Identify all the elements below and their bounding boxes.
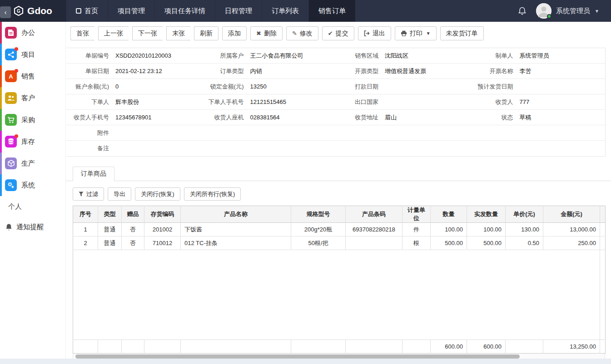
cube-icon xyxy=(5,157,17,169)
first-record-button[interactable]: 首张 xyxy=(70,26,94,40)
database-icon xyxy=(5,136,17,148)
field-sales-region: 销售区域沈阳战区 xyxy=(336,48,471,63)
col-header-unit[interactable]: 计量单位 xyxy=(402,206,431,223)
field-creator: 制单人系统管理员 xyxy=(471,48,606,63)
nav-item-schedule[interactable]: 日程管理 xyxy=(215,0,262,22)
nav-item-project-task-detail[interactable]: 项目任务详情 xyxy=(154,0,215,22)
form-row: 下单人辉丰股份 下单人手机号12121515465 出口国家 收货人777 xyxy=(66,94,605,110)
sidebar-item-system[interactable]: 系统 xyxy=(0,174,65,196)
col-header-product-name[interactable]: 产品名称 xyxy=(181,206,291,223)
exit-button[interactable]: 退出 xyxy=(358,26,391,40)
sidebar-item-label: 销售 xyxy=(21,72,35,81)
grid-header-row: 序号 类型 赠品 存货编码 产品名称 规格型号 产品条码 计量单位 数量 实发数… xyxy=(73,206,606,223)
sidebar-item-notifications[interactable]: 通知提醒 xyxy=(5,223,65,231)
sidebar-item-label: 库存 xyxy=(21,138,35,146)
detail-tabbar: 订单商品 xyxy=(66,166,611,181)
col-header-type[interactable]: 类型 xyxy=(98,206,122,223)
nav-item-label: 项目管理 xyxy=(118,7,145,15)
top-navbar: G Gdoo 首页 项目管理 项目任务详情 日程管理 订单列表 销售订单 xyxy=(0,0,611,22)
field-consignee: 收货人777 xyxy=(471,94,606,109)
unshipped-orders-button[interactable]: 未发货订单 xyxy=(440,26,484,40)
sidebar-item-sales[interactable]: A 销售 xyxy=(0,65,65,87)
notification-bell-icon[interactable] xyxy=(518,7,526,15)
bell-icon xyxy=(5,223,12,231)
color-strip xyxy=(0,87,2,109)
table-row[interactable]: 2 普通 否 710012 012 TC-挂条 50根/把 根 500.00 5… xyxy=(73,236,606,250)
status-value: 草稿 xyxy=(520,113,532,122)
close-all-rows-button[interactable]: 关闭所有行(恢复) xyxy=(184,187,241,201)
last-record-button[interactable]: 末张 xyxy=(166,26,190,40)
prev-record-button[interactable]: 上一张 xyxy=(98,26,129,40)
grid-toolbar: 过滤 导出 关闭行(恢复) 关闭所有行(恢复) xyxy=(73,187,611,201)
field-account-balance: 账户余额(元)0 xyxy=(66,79,201,94)
field-expected-ship-date: 预计发货日期 xyxy=(471,79,606,94)
record-nav-group: 首张 上一张 下一张 末张 刷新 xyxy=(70,26,219,40)
sidebar-section-personal: 个人 xyxy=(8,202,65,211)
form-row: 单据日期2021-02-12 23:12 订单类型内销 开票类型增值税普通发票 … xyxy=(66,64,605,79)
col-header-amount[interactable]: 金额(元) xyxy=(543,206,600,223)
col-header-unit-price[interactable]: 单价(元) xyxy=(506,206,543,223)
horizontal-scrollbar[interactable] xyxy=(73,354,605,359)
field-order-no: 单据编号XSDD202010120003 xyxy=(66,48,201,63)
submit-button[interactable]: ✔提交 xyxy=(322,26,354,40)
sidebar-item-customer[interactable]: 客户 xyxy=(0,87,65,109)
color-strip xyxy=(0,22,2,44)
gears-icon xyxy=(5,179,17,191)
nav-item-label: 销售订单 xyxy=(318,7,346,15)
edit-button[interactable]: ✎修改 xyxy=(286,26,318,40)
tab-order-items[interactable]: 订单商品 xyxy=(73,167,114,181)
form-row: 收货人手机号12345678901 收货人座机028381564 收货地址眉山 … xyxy=(66,110,605,125)
color-strip xyxy=(0,65,2,87)
sidebar-item-label: 生产 xyxy=(21,159,35,168)
field-remark: 备注 xyxy=(66,141,605,156)
print-button[interactable]: 打印▼ xyxy=(395,26,437,40)
sidebar-item-label: 通知提醒 xyxy=(16,223,44,231)
col-header-shipped-qty[interactable]: 实发数量 xyxy=(467,206,506,223)
nav-item-label: 项目任务详情 xyxy=(164,7,205,15)
next-record-button[interactable]: 下一张 xyxy=(132,26,163,40)
nav-item-sales-order[interactable]: 销售订单 xyxy=(308,0,355,22)
nav-item-order-list[interactable]: 订单列表 xyxy=(262,0,308,22)
nav-item-label: 首页 xyxy=(84,7,98,15)
field-invoice-name: 开票名称李苦 xyxy=(471,64,606,79)
sidebar-item-label: 项目 xyxy=(21,50,35,59)
grid-totals-row: 600.00 600.00 13,250.00 xyxy=(73,340,606,354)
sidebar-collapse-button[interactable]: ‹ xyxy=(0,6,11,18)
sidebar-item-label: 采购 xyxy=(21,116,35,124)
col-header-seq[interactable]: 序号 xyxy=(73,206,98,223)
cart-icon xyxy=(5,114,17,126)
delete-button[interactable]: ✖删除 xyxy=(250,26,283,40)
close-row-button[interactable]: 关闭行(恢复) xyxy=(135,187,180,201)
col-header-sku-code[interactable]: 存货编码 xyxy=(144,206,181,223)
table-row[interactable]: 1 普通 否 201002 下饭酱 200g*20瓶 6937082280218… xyxy=(73,223,606,236)
sidebar-item-purchase[interactable]: 采购 xyxy=(0,109,65,131)
scrollbar-thumb[interactable] xyxy=(75,354,520,359)
col-header-gift[interactable]: 赠品 xyxy=(122,206,144,223)
sidebar-item-label: 客户 xyxy=(21,94,35,103)
sign-out-icon xyxy=(364,30,370,36)
col-header-spec[interactable]: 规格型号 xyxy=(291,206,346,223)
user-menu[interactable]: 系统管理员 ▼ xyxy=(536,3,599,19)
nav-item-project-mgmt[interactable]: 项目管理 xyxy=(108,0,154,22)
sidebar-item-office[interactable]: 办公 xyxy=(0,22,65,44)
svg-text:G: G xyxy=(17,9,20,14)
sidebar-item-project[interactable]: 项目 xyxy=(0,44,65,65)
nav-item-label: 日程管理 xyxy=(225,7,252,15)
form-row: 账户余额(元)0 锁定金额(元)13250 打款日期 预计发货日期 xyxy=(66,79,605,94)
total-shipped-qty: 600.00 xyxy=(467,340,506,354)
notification-badge xyxy=(15,47,18,51)
brand-name: Gdoo xyxy=(27,5,52,16)
col-header-qty[interactable]: 数量 xyxy=(431,206,467,223)
nav-item-home[interactable]: 首页 xyxy=(66,0,108,22)
add-button[interactable]: 添加 xyxy=(222,26,247,40)
funnel-icon xyxy=(79,192,84,197)
order-form: 单据编号XSDD202010120003 所属客户王二小食品有限公司 销售区域沈… xyxy=(66,48,606,157)
filter-button[interactable]: 过滤 xyxy=(73,187,104,201)
sidebar-item-stock[interactable]: 库存 xyxy=(0,131,65,152)
sidebar-item-produce[interactable]: 生产 xyxy=(0,152,65,174)
letter-a-icon: A xyxy=(5,70,17,82)
export-button[interactable]: 导出 xyxy=(108,187,131,201)
col-header-barcode[interactable]: 产品条码 xyxy=(346,206,402,223)
color-strip xyxy=(0,44,2,65)
refresh-button[interactable]: 刷新 xyxy=(194,26,219,40)
